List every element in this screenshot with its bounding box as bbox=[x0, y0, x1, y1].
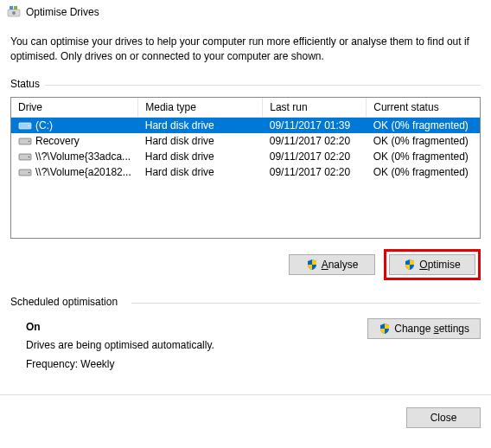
drives-table-container: Drive Media type Last run Current status… bbox=[10, 97, 481, 239]
svg-rect-1 bbox=[10, 6, 13, 10]
status-section-header: Status bbox=[10, 78, 481, 92]
col-last-run[interactable]: Last run bbox=[263, 98, 367, 118]
change-settings-button[interactable]: Change settings bbox=[367, 318, 481, 339]
optimise-highlight: Optimise bbox=[384, 249, 481, 280]
window-title: Optimise Drives bbox=[26, 6, 99, 18]
scheduled-section-header: Scheduled optimisation bbox=[10, 296, 481, 310]
shield-icon bbox=[379, 323, 391, 335]
drive-name: Recovery bbox=[35, 135, 80, 147]
drive-last-run: 09/11/2017 02:20 bbox=[263, 133, 367, 149]
footer-row: Close bbox=[0, 395, 491, 440]
drive-icon bbox=[18, 151, 32, 162]
close-label: Close bbox=[430, 412, 457, 424]
svg-point-5 bbox=[29, 125, 30, 126]
drive-last-run: 09/11/2017 01:39 bbox=[263, 117, 367, 133]
close-button[interactable]: Close bbox=[406, 407, 481, 428]
table-header-row: Drive Media type Last run Current status bbox=[11, 98, 480, 118]
svg-rect-2 bbox=[14, 6, 17, 10]
scheduled-info: On Drives are being optimised automatica… bbox=[26, 318, 214, 374]
drive-icon bbox=[18, 120, 32, 131]
analyse-button[interactable]: Analyse bbox=[289, 254, 375, 275]
optimise-label: Optimise bbox=[419, 259, 460, 271]
drive-status: OK (0% fragmented) bbox=[367, 117, 480, 133]
drive-media: Hard disk drive bbox=[138, 117, 263, 133]
table-row[interactable]: RecoveryHard disk drive09/11/2017 02:20O… bbox=[11, 133, 480, 149]
status-label: Status bbox=[10, 78, 45, 90]
drive-media: Hard disk drive bbox=[138, 149, 263, 164]
drives-table[interactable]: Drive Media type Last run Current status… bbox=[11, 98, 480, 180]
drive-icon bbox=[18, 167, 32, 177]
optimise-button[interactable]: Optimise bbox=[389, 254, 475, 275]
svg-point-11 bbox=[29, 171, 30, 173]
drive-media: Hard disk drive bbox=[138, 133, 263, 149]
scheduled-state: On bbox=[26, 318, 214, 337]
optimise-drives-window: Optimise Drives You can optimise your dr… bbox=[0, 0, 491, 440]
table-row[interactable]: \\?\Volume{a20182...Hard disk drive09/11… bbox=[11, 164, 480, 180]
drive-status: OK (0% fragmented) bbox=[367, 164, 480, 180]
drive-name: \\?\Volume{a20182... bbox=[35, 166, 131, 178]
defrag-icon bbox=[7, 5, 21, 19]
drive-status: OK (0% fragmented) bbox=[367, 133, 480, 149]
table-row[interactable]: (C:)Hard disk drive09/11/2017 01:39OK (0… bbox=[11, 117, 480, 133]
drive-last-run: 09/11/2017 02:20 bbox=[263, 149, 367, 164]
shield-icon bbox=[306, 259, 318, 271]
svg-point-7 bbox=[29, 140, 30, 142]
drive-status: OK (0% fragmented) bbox=[367, 149, 480, 164]
description-text: You can optimise your drives to help you… bbox=[10, 35, 481, 64]
status-button-row: Analyse Optimise bbox=[10, 249, 481, 280]
drive-media: Hard disk drive bbox=[138, 164, 263, 180]
scheduled-label: Scheduled optimisation bbox=[10, 296, 123, 308]
analyse-label: Analyse bbox=[322, 259, 359, 271]
title-bar: Optimise Drives bbox=[0, 0, 491, 24]
table-row[interactable]: \\?\Volume{33adca...Hard disk drive09/11… bbox=[11, 149, 480, 164]
drive-last-run: 09/11/2017 02:20 bbox=[263, 164, 367, 180]
svg-point-9 bbox=[29, 156, 30, 157]
change-settings-label: Change settings bbox=[394, 323, 469, 335]
drive-icon bbox=[18, 136, 32, 146]
scheduled-body: On Drives are being optimised automatica… bbox=[10, 318, 481, 374]
col-status[interactable]: Current status bbox=[367, 98, 480, 118]
scheduled-frequency: Frequency: Weekly bbox=[26, 355, 214, 374]
drive-name: (C:) bbox=[35, 119, 53, 131]
col-media[interactable]: Media type bbox=[138, 98, 263, 118]
shield-icon bbox=[404, 259, 416, 271]
drive-name: \\?\Volume{33adca... bbox=[35, 150, 131, 163]
svg-point-3 bbox=[12, 11, 16, 15]
scheduled-desc: Drives are being optimised automatically… bbox=[26, 336, 214, 355]
col-drive[interactable]: Drive bbox=[11, 98, 138, 118]
